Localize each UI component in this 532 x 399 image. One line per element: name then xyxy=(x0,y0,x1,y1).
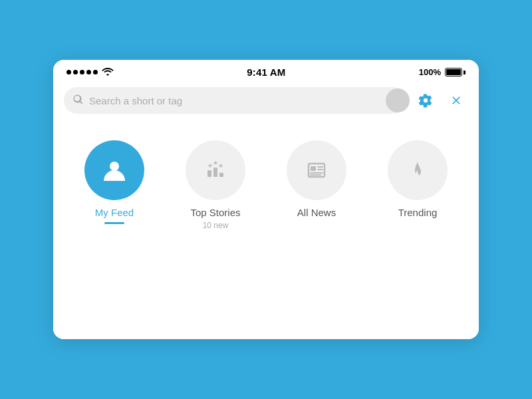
tab-all-news-icon xyxy=(287,140,346,200)
wifi-icon xyxy=(102,66,114,78)
svg-point-0 xyxy=(110,162,119,171)
battery-percentage: 100% xyxy=(419,67,441,77)
status-left xyxy=(66,66,114,78)
tab-trending-icon xyxy=(388,140,448,200)
tab-my-feed-icon xyxy=(84,140,144,200)
svg-rect-6 xyxy=(219,173,223,177)
tab-top-stories-sublabel: 10 new xyxy=(203,221,229,230)
battery-icon xyxy=(445,68,466,76)
signal-dot xyxy=(93,70,98,74)
search-row: Search a short or tag xyxy=(53,82,479,124)
tab-all-news-label: All News xyxy=(297,207,336,218)
tab-top-stories[interactable]: ★ ★ ★ Top Stories 10 new xyxy=(165,140,266,230)
signal-dot xyxy=(73,70,78,74)
search-bar[interactable]: Search a short or tag xyxy=(64,87,407,114)
tab-trending[interactable]: Trending xyxy=(367,140,468,218)
tab-top-stories-label: Top Stories xyxy=(190,207,240,218)
status-right: 100% xyxy=(419,67,466,77)
svg-text:★: ★ xyxy=(213,160,218,166)
svg-rect-8 xyxy=(311,166,316,171)
svg-rect-4 xyxy=(207,170,211,177)
search-icon xyxy=(73,94,84,107)
svg-rect-5 xyxy=(213,168,217,177)
close-button[interactable] xyxy=(444,88,468,112)
tab-trending-label: Trending xyxy=(398,207,438,218)
tab-top-stories-icon: ★ ★ ★ xyxy=(186,140,245,200)
status-time: 9:41 AM xyxy=(247,66,285,78)
svg-text:★: ★ xyxy=(207,162,213,169)
tab-my-feed-underline xyxy=(104,222,124,224)
search-clear-bubble xyxy=(386,88,410,112)
search-placeholder-text: Search a short or tag xyxy=(89,95,398,106)
tab-all-news[interactable]: All News xyxy=(266,140,367,218)
signal-dot xyxy=(80,70,84,74)
status-bar: 9:41 AM 100% xyxy=(53,60,479,82)
main-content: My Feed ★ ★ ★ Top St xyxy=(53,124,479,339)
tab-my-feed[interactable]: My Feed xyxy=(64,140,165,224)
settings-button[interactable] xyxy=(414,88,438,112)
signal-dot xyxy=(66,70,71,74)
signal-dots xyxy=(66,70,98,74)
svg-text:★: ★ xyxy=(218,162,223,169)
signal-dot xyxy=(86,70,91,74)
tab-my-feed-label: My Feed xyxy=(95,207,134,218)
nav-tabs: My Feed ★ ★ ★ Top St xyxy=(64,140,468,230)
phone-card: 9:41 AM 100% Search a short or tag xyxy=(53,60,479,339)
